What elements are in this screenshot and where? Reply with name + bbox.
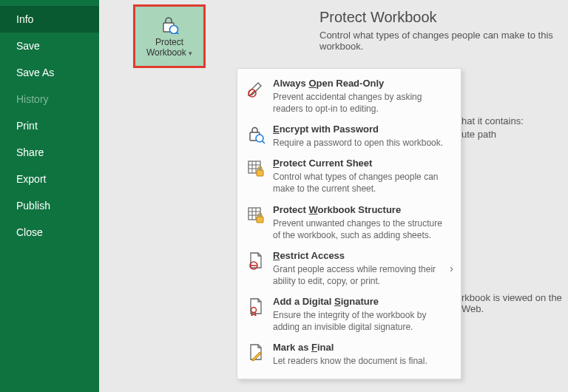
lock-key-icon xyxy=(246,124,266,143)
sidebar-item-export[interactable]: Export xyxy=(0,166,99,192)
sidebar-item-history: History xyxy=(0,86,99,112)
menu-item-sheet-lock[interactable]: Protect Current SheetControl what types … xyxy=(237,153,461,199)
sidebar-item-print[interactable]: Print xyxy=(0,112,99,139)
bg-snippet: rkbook is viewed on the Web. xyxy=(462,292,568,314)
bg-snippet: ute path xyxy=(462,129,496,140)
bg-snippet: hat it contains: xyxy=(462,115,524,126)
menu-item-title: Protect Workbook Structure xyxy=(273,204,450,217)
svg-line-22 xyxy=(177,32,180,34)
protect-workbook-icon xyxy=(159,15,180,34)
svg-rect-16 xyxy=(257,217,263,223)
backstage-sidebar: InfoSaveSave AsHistoryPrintShareExportPu… xyxy=(0,0,99,392)
menu-item-desc: Control what types of changes people can… xyxy=(273,171,450,195)
menu-item-title: Always Open Read-Only xyxy=(273,78,450,90)
sidebar-item-save-as[interactable]: Save As xyxy=(0,59,99,86)
menu-item-title: Add a Digital Signature xyxy=(273,296,450,308)
menu-item-doc-pen[interactable]: Mark as FinalLet readers know the docume… xyxy=(237,337,461,371)
menu-item-desc: Grant people access while removing their… xyxy=(273,263,450,287)
menu-item-desc: Prevent unwanted changes to the structur… xyxy=(273,217,450,241)
chevron-right-icon: › xyxy=(450,263,453,274)
menu-item-doc-restrict[interactable]: Restrict AccessGrant people access while… xyxy=(237,246,461,291)
menu-item-title: Encrypt with Password xyxy=(273,124,450,136)
svg-rect-10 xyxy=(257,170,263,176)
menu-item-title: Mark as Final xyxy=(273,342,450,354)
svg-line-4 xyxy=(263,141,266,144)
doc-pen-icon xyxy=(246,342,266,362)
menu-item-title: Protect Current Sheet xyxy=(273,158,450,170)
menu-item-desc: Prevent accidental changes by asking rea… xyxy=(273,91,450,115)
sidebar-item-info[interactable]: Info xyxy=(0,6,99,33)
sidebar-item-publish[interactable]: Publish xyxy=(0,192,99,219)
doc-restrict-icon xyxy=(246,251,266,270)
pencil-block-icon xyxy=(246,78,266,98)
sidebar-item-close[interactable]: Close xyxy=(0,219,99,246)
book-lock-icon xyxy=(246,205,266,224)
menu-item-title: Restrict Access xyxy=(273,250,450,263)
sheet-lock-icon xyxy=(246,158,266,178)
doc-ribbon-icon xyxy=(246,297,266,316)
menu-item-lock-key[interactable]: Encrypt with PasswordRequire a password … xyxy=(237,119,461,153)
protect-workbook-button[interactable]: ProtectWorkbook xyxy=(133,4,206,68)
menu-item-desc: Ensure the integrity of the workbook by … xyxy=(273,309,450,333)
menu-item-doc-ribbon[interactable]: Add a Digital SignatureEnsure the integr… xyxy=(237,291,461,337)
menu-item-book-lock[interactable]: Protect Workbook StructurePrevent unwant… xyxy=(237,200,461,246)
menu-item-pencil-block[interactable]: Always Open Read-OnlyPrevent accidental … xyxy=(237,73,461,119)
sidebar-item-share[interactable]: Share xyxy=(0,139,99,166)
menu-item-desc: Let readers know the document is final. xyxy=(273,355,450,367)
page-subtitle: Control what types of changes people can… xyxy=(320,30,568,52)
sidebar-item-save[interactable]: Save xyxy=(0,33,99,59)
protect-workbook-menu: Always Open Read-OnlyPrevent accidental … xyxy=(237,68,462,379)
page-title: Protect Workbook xyxy=(320,9,437,26)
protect-workbook-label: ProtectWorkbook xyxy=(146,37,192,58)
menu-item-desc: Require a password to open this workbook… xyxy=(273,137,450,149)
